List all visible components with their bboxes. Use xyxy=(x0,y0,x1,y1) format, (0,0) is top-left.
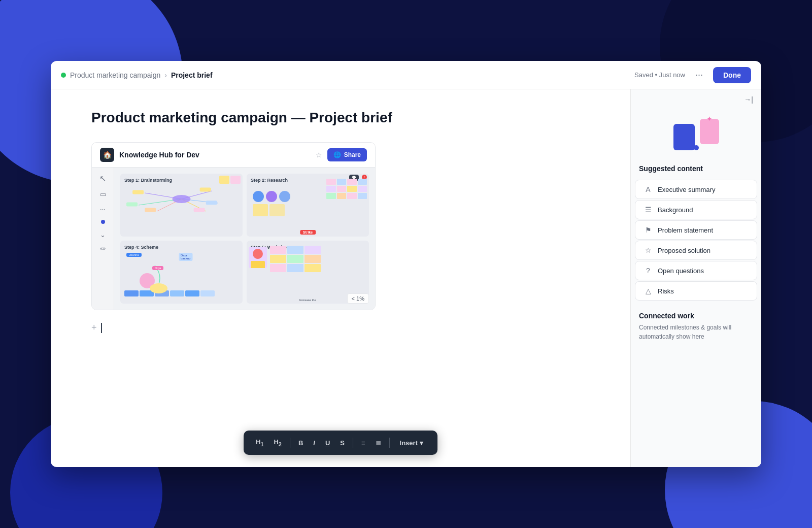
svg-rect-12 xyxy=(194,208,205,212)
numbered-list-button[interactable]: ≣ xyxy=(371,437,385,449)
svg-rect-10 xyxy=(206,201,217,205)
canvas-cell-3: Step 4: Scheme Joanna Databackup xyxy=(120,241,243,304)
content-area: Product marketing campaign — Project bri… xyxy=(51,89,761,467)
suggestion-item[interactable]: ?Open questions xyxy=(635,261,757,280)
connected-work-desc: Connected milestones & goals will automa… xyxy=(639,323,753,341)
svg-rect-8 xyxy=(200,188,211,192)
insert-chevron-icon: ▾ xyxy=(420,439,423,447)
breadcrumb-parent[interactable]: Product marketing campaign xyxy=(70,71,160,79)
globe-icon: 🌐 xyxy=(333,151,341,158)
suggestion-icon: ⚑ xyxy=(644,226,653,234)
h2-button[interactable]: H2 xyxy=(269,436,285,450)
header: Product marketing campaign › Project bri… xyxy=(51,61,761,89)
suggestion-label: Proposed solution xyxy=(658,247,710,254)
bullet-list-button[interactable]: ≡ xyxy=(357,437,369,449)
add-block-button[interactable]: + xyxy=(91,322,97,333)
sidebar-collapse: →| xyxy=(631,89,761,108)
svg-rect-7 xyxy=(132,190,144,194)
svg-rect-9 xyxy=(126,202,138,206)
more-icon: ··· xyxy=(100,205,106,213)
h1-button[interactable]: H1 xyxy=(252,436,267,450)
suggested-content-title: Suggested content xyxy=(631,164,761,179)
canvas-cell-1: Step 1: Brainstorming xyxy=(120,174,243,237)
insert-label: Insert xyxy=(400,439,418,447)
embed-home-icon: 🏠 xyxy=(100,148,114,162)
done-button[interactable]: Done xyxy=(713,67,751,83)
canvas-cell-2: Step 2: Research 💬 ! xyxy=(247,174,369,237)
sidebar-illustration xyxy=(631,108,761,164)
insert-button[interactable]: Insert ▾ xyxy=(394,437,429,449)
suggestion-icon: ☰ xyxy=(644,206,653,214)
suggestion-item[interactable]: ⚑Problem statement xyxy=(635,220,757,240)
suggestion-label: Risks xyxy=(658,287,674,295)
embed-header: 🏠 Knowledge Hub for Dev ☆ 🌐 Share xyxy=(92,143,375,168)
embed-title: Knowledge Hub for Dev xyxy=(119,151,311,159)
svg-rect-11 xyxy=(145,208,156,212)
breadcrumb: Product marketing campaign › Project bri… xyxy=(61,71,634,79)
suggestion-label: Background xyxy=(658,206,693,214)
header-right: Saved • Just now ··· Done xyxy=(634,67,751,83)
toolbar-divider-2 xyxy=(353,438,353,448)
svg-point-6 xyxy=(173,195,191,203)
connected-work-section: Connected work Connected milestones & go… xyxy=(631,312,761,351)
suggestion-label: Executive summary xyxy=(658,186,715,193)
embed-left-sidebar: ↖ ▭ ··· ⌄ «» xyxy=(92,168,114,310)
breadcrumb-current: Project brief xyxy=(171,71,213,79)
collapse-sidebar-button[interactable]: →| xyxy=(744,95,753,104)
toolbar-divider-1 xyxy=(290,438,290,448)
illus-doc-pink xyxy=(700,119,719,144)
underline-button[interactable]: U xyxy=(321,437,334,449)
editor-area[interactable]: Product marketing campaign — Project bri… xyxy=(51,89,630,467)
percent-badge: < 1% xyxy=(347,293,369,304)
embed-star-icon[interactable]: ☆ xyxy=(316,151,322,159)
suggestion-item[interactable]: △Risks xyxy=(635,281,757,301)
breadcrumb-separator: › xyxy=(164,71,167,79)
embed-canvas: Step 1: Brainstorming xyxy=(114,168,375,310)
suggestion-item[interactable]: ☆Proposed solution xyxy=(635,241,757,260)
formatting-toolbar: H1 H2 B I U S ≡ ≣ Insert ▾ xyxy=(244,431,437,455)
suggestion-icon: ? xyxy=(644,267,653,275)
suggestion-label: Open questions xyxy=(658,267,704,275)
mindmap-svg xyxy=(120,183,243,223)
embed-card: 🏠 Knowledge Hub for Dev ☆ 🌐 Share ↖ ▭ ··… xyxy=(91,142,376,310)
nav-icon: «» xyxy=(100,246,106,251)
illus-doc-blue xyxy=(673,124,695,150)
more-options-button[interactable]: ··· xyxy=(691,68,707,82)
status-dot xyxy=(61,73,66,78)
cell-label-3: Step 4: Scheme xyxy=(124,245,239,250)
canvas-grid: Step 1: Brainstorming xyxy=(120,174,369,304)
embed-body: ↖ ▭ ··· ⌄ «» Step 1: Brainstorming xyxy=(92,168,375,310)
suggestion-item[interactable]: AExecutive summary xyxy=(635,180,757,199)
connected-work-title: Connected work xyxy=(639,312,753,320)
doc-title: Product marketing campaign — Project bri… xyxy=(91,110,590,126)
chevron-down-icon: ⌄ xyxy=(100,231,106,239)
toolbar-divider-3 xyxy=(389,438,390,448)
sidebar-indicator xyxy=(101,220,105,224)
suggestion-icon: ☆ xyxy=(644,246,653,254)
italic-button[interactable]: I xyxy=(309,437,319,449)
text-cursor-area: + xyxy=(91,322,590,333)
main-window: Product marketing campaign › Project bri… xyxy=(51,61,761,467)
frame-icon: ▭ xyxy=(100,190,106,198)
illus-dot xyxy=(694,145,699,150)
strikethrough-button[interactable]: S xyxy=(336,437,349,449)
right-sidebar: →| Suggested content AExecutive summary☰… xyxy=(630,89,761,467)
suggestion-icon: △ xyxy=(644,287,653,295)
text-cursor xyxy=(101,323,102,333)
suggestion-label: Problem statement xyxy=(658,226,713,234)
suggestion-list: AExecutive summary☰Background⚑Problem st… xyxy=(631,179,761,302)
saved-status: Saved • Just now xyxy=(634,71,685,79)
bold-button[interactable]: B xyxy=(294,437,307,449)
embed-share-button[interactable]: 🌐 Share xyxy=(327,148,367,161)
cursor-icon: ↖ xyxy=(99,174,106,183)
suggestion-item[interactable]: ☰Background xyxy=(635,200,757,219)
illustration xyxy=(673,114,719,154)
suggestion-icon: A xyxy=(644,185,653,193)
